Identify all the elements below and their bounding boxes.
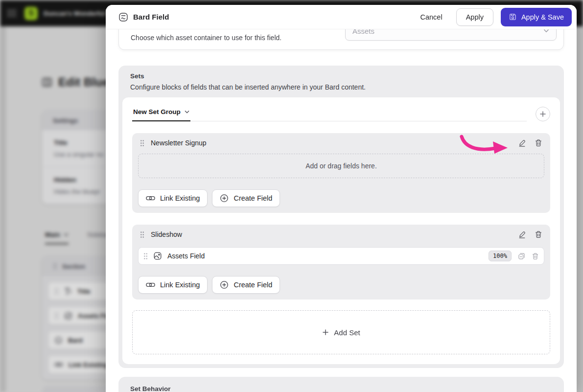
drag-handle-icon[interactable] (143, 253, 148, 260)
edit-set-icon[interactable] (518, 139, 526, 147)
apply-button[interactable]: Apply (456, 8, 493, 26)
save-icon (509, 13, 517, 21)
plus-icon (539, 111, 546, 117)
chevron-down-icon (185, 110, 189, 114)
set-block-newsletter-signup: Newsletter Signup (132, 133, 550, 213)
link-icon (146, 282, 155, 288)
set-header: Slideshow (138, 227, 544, 242)
create-field-button[interactable]: Create Field (212, 189, 280, 207)
field-row-controls: 100% (489, 251, 539, 261)
plus-circle-icon (220, 280, 229, 289)
sets-title: Sets (130, 72, 560, 80)
header-actions: Cancel Apply Apply & Save (414, 8, 572, 26)
sets-section: Sets Configure blocks of fields that can… (118, 66, 564, 368)
set-group-tab[interactable]: New Set Group (132, 106, 190, 121)
modal-title-wrap: Bard Field (118, 12, 169, 22)
set-header-icons (518, 139, 542, 147)
chevron-down-icon (543, 29, 549, 33)
field-width-badge[interactable]: 100% (489, 251, 512, 261)
sets-container: New Set Group (122, 97, 560, 364)
modal-body: Choose which asset container to use for … (106, 29, 577, 392)
set-block-slideshow: Slideshow (132, 225, 550, 300)
set-group-tabs: New Set Group (132, 106, 527, 121)
sets-description: Configure blocks of fields that can be i… (130, 83, 552, 91)
asset-container-field-card: Choose which asset container to use for … (118, 29, 564, 50)
set-actions: Link Existing Create Field (138, 276, 544, 294)
bard-field-icon (118, 12, 128, 22)
delete-set-icon[interactable] (535, 139, 542, 147)
create-field-button[interactable]: Create Field (212, 276, 280, 294)
set-group-tab-row: New Set Group (132, 106, 550, 121)
link-existing-button[interactable]: Link Existing (138, 276, 208, 294)
set-header-icons (518, 231, 542, 239)
field-row-assets-field[interactable]: Assets Field 100% (138, 247, 544, 265)
plus-icon (322, 329, 329, 336)
add-set-group-button[interactable] (536, 107, 550, 121)
bard-field-modal: Bard Field Cancel Apply Apply & Save Cho… (106, 5, 577, 392)
assets-field-icon (153, 252, 162, 260)
set-actions: Link Existing Create Field (138, 189, 544, 207)
set-name: Slideshow (151, 231, 182, 238)
delete-set-icon[interactable] (535, 231, 542, 238)
set-name: Newsletter Signup (151, 139, 207, 147)
duplicate-field-icon[interactable] (518, 253, 525, 260)
cancel-button[interactable]: Cancel (414, 9, 449, 25)
asset-container-select[interactable]: Assets (345, 29, 557, 41)
apply-save-button[interactable]: Apply & Save (501, 8, 572, 26)
drag-handle-icon[interactable] (140, 231, 144, 238)
edit-set-icon[interactable] (518, 231, 526, 239)
delete-field-icon[interactable] (532, 253, 539, 260)
add-set-button[interactable]: Add Set (132, 310, 550, 354)
set-behavior-section: Set Behavior (118, 377, 564, 392)
set-behavior-title: Set Behavior (130, 385, 552, 392)
drag-handle-icon[interactable] (140, 139, 144, 147)
modal-title: Bard Field (133, 13, 169, 21)
link-existing-button[interactable]: Link Existing (138, 189, 208, 207)
plus-circle-icon (220, 194, 229, 203)
field-drop-zone[interactable]: Add or drag fields here. (138, 154, 544, 178)
modal-header: Bard Field Cancel Apply Apply & Save (106, 5, 577, 29)
asset-container-description: Choose which asset container to use for … (131, 34, 281, 42)
link-icon (146, 195, 155, 201)
set-header: Newsletter Signup (138, 135, 544, 151)
field-name: Assets Field (167, 252, 205, 260)
